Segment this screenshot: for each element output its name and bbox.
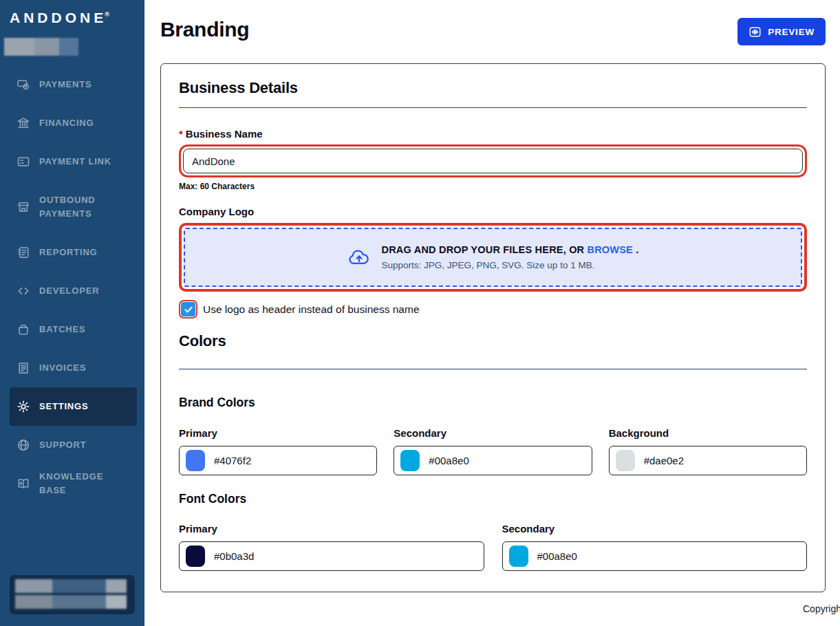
font-secondary-swatch xyxy=(509,546,528,567)
support-icon xyxy=(17,438,30,452)
sidebar-item-label: PAYMENTS xyxy=(39,78,91,91)
knowledge-base-icon xyxy=(17,477,30,490)
redacted-merchant-name xyxy=(4,38,78,56)
brand-primary-color-field[interactable]: #4076f2 xyxy=(179,446,377,475)
company-logo-label: Company Logo xyxy=(179,206,807,217)
financing-icon xyxy=(17,116,30,130)
brand-background-color-field[interactable]: #dae0e2 xyxy=(609,446,807,475)
sidebar-item-support[interactable]: SUPPORT xyxy=(10,426,137,464)
payment-link-icon xyxy=(17,155,30,169)
font-primary-label: Primary xyxy=(179,523,484,535)
sidebar-item-label: DEVELOPER xyxy=(39,284,99,298)
page-header: Branding PREVIEW xyxy=(144,0,840,45)
brand-background-swatch xyxy=(616,450,635,471)
brand-secondary-hex: #00a8e0 xyxy=(429,455,469,466)
checkbox-annotation-highlight xyxy=(179,300,197,319)
dropzone-supports-text: Supports: JPG, JPEG, PNG, SVG. Size up t… xyxy=(382,260,639,270)
colors-section-title: Colors xyxy=(179,332,807,350)
font-secondary-label: Secondary xyxy=(502,523,808,535)
developer-icon xyxy=(17,284,30,298)
cloud-upload-icon xyxy=(347,246,371,269)
font-primary-color-group: Primary #0b0a3d xyxy=(179,523,484,571)
font-primary-hex: #0b0a3d xyxy=(214,550,254,562)
brand-primary-label: Primary xyxy=(179,427,377,439)
sidebar-item-label: REPORTING xyxy=(39,246,97,259)
sidebar-item-payments[interactable]: PAYMENTS xyxy=(10,65,137,104)
business-details-title: Business Details xyxy=(179,79,807,97)
dropzone-annotation-highlight: DRAG AND DROP YOUR FILES HERE, OR BROWSE… xyxy=(179,223,807,292)
sidebar-item-knowledge-base[interactable]: KNOWLEDGE BASE xyxy=(10,464,137,503)
font-secondary-color-group: Secondary #00a8e0 xyxy=(502,523,808,571)
business-name-label: *Business Name xyxy=(179,128,807,140)
logo-dropzone[interactable]: DRAG AND DROP YOUR FILES HERE, OR BROWSE… xyxy=(184,228,802,287)
business-name-annotation-highlight xyxy=(179,144,807,177)
required-marker: * xyxy=(179,128,183,140)
brand-colors-grid: Primary #4076f2 Secondary #00a8e0 Backgr… xyxy=(179,427,807,475)
sidebar-item-financing[interactable]: FINANCING xyxy=(10,104,137,142)
brand-secondary-label: Secondary xyxy=(394,427,592,439)
check-icon xyxy=(184,305,193,314)
preview-button-label: PREVIEW xyxy=(768,27,815,37)
invoices-icon xyxy=(17,361,30,375)
sidebar-item-batches[interactable]: BATCHES xyxy=(10,310,137,349)
brand-colors-title: Brand Colors xyxy=(179,396,807,410)
sidebar-item-label: INVOICES xyxy=(39,361,87,375)
batches-icon xyxy=(17,323,30,336)
logo-header-checkbox-row: Use logo as header instead of business n… xyxy=(179,300,807,319)
dropzone-text: DRAG AND DROP YOUR FILES HERE, OR BROWSE… xyxy=(382,244,639,255)
sidebar-item-outbound-payments[interactable]: OUTBOUND PAYMENTS xyxy=(10,181,137,233)
sidebar-item-label: FINANCING xyxy=(39,116,94,130)
brand-background-hex: #dae0e2 xyxy=(644,455,684,466)
brand-primary-color-group: Primary #4076f2 xyxy=(179,427,377,475)
preview-eye-icon xyxy=(749,25,762,39)
font-secondary-hex: #00a8e0 xyxy=(537,550,577,562)
brand-background-color-group: Background #dae0e2 xyxy=(609,427,807,475)
brand-background-label: Background xyxy=(609,427,807,439)
section-divider xyxy=(179,369,807,369)
brand-secondary-color-field[interactable]: #00a8e0 xyxy=(394,446,592,475)
sidebar-item-payment-link[interactable]: PAYMENT LINK xyxy=(10,142,137,181)
page-title: Branding xyxy=(160,18,249,41)
redacted-user-info xyxy=(10,575,135,614)
font-colors-title: Font Colors xyxy=(179,492,807,506)
sidebar-item-settings[interactable]: SETTINGS xyxy=(10,387,137,426)
sidebar-item-label: PAYMENT LINK xyxy=(39,155,111,169)
payments-icon xyxy=(17,78,30,91)
logo-registered-mark: ® xyxy=(105,11,109,18)
font-primary-swatch xyxy=(186,546,205,567)
use-logo-checkbox-label: Use logo as header instead of business n… xyxy=(203,303,420,316)
sidebar: ANDDONE® PAYMENTS FINANCING PA xyxy=(0,0,144,626)
anddone-logo: ANDDONE® xyxy=(0,0,144,26)
brand-secondary-swatch xyxy=(400,450,420,471)
sidebar-item-reporting[interactable]: REPORTING xyxy=(10,233,137,272)
sidebar-item-label: SETTINGS xyxy=(39,400,88,413)
sidebar-nav: PAYMENTS FINANCING PAYMENT LINK OUTBOUND… xyxy=(0,65,144,503)
brand-secondary-color-group: Secondary #00a8e0 xyxy=(394,427,592,475)
preview-button[interactable]: PREVIEW xyxy=(737,18,826,45)
sidebar-item-label: OUTBOUND PAYMENTS xyxy=(39,193,122,221)
font-primary-color-field[interactable]: #0b0a3d xyxy=(179,541,484,571)
sidebar-item-developer[interactable]: DEVELOPER xyxy=(10,272,137,310)
use-logo-checkbox[interactable] xyxy=(181,302,195,316)
sidebar-item-label: KNOWLEDGE BASE xyxy=(39,470,122,497)
logo-text: ANDDONE xyxy=(10,10,107,25)
browse-link[interactable]: BROWSE xyxy=(588,244,633,255)
font-colors-grid: Primary #0b0a3d Secondary #00a8e0 xyxy=(179,523,807,571)
sidebar-item-invoices[interactable]: INVOICES xyxy=(10,349,137,387)
copyright-text: Copyright © 2025 - AndDone ®. All rights xyxy=(803,603,840,614)
dropzone-text-block: DRAG AND DROP YOUR FILES HERE, OR BROWSE… xyxy=(382,244,639,270)
app-window: ANDDONE® PAYMENTS FINANCING PA xyxy=(0,0,840,626)
brand-primary-hex: #4076f2 xyxy=(214,455,251,466)
brand-primary-swatch xyxy=(186,450,205,471)
font-secondary-color-field[interactable]: #00a8e0 xyxy=(502,541,808,571)
outbound-payments-icon xyxy=(17,200,30,214)
main-content: Branding PREVIEW Business Details *Busin… xyxy=(144,0,840,626)
business-name-input[interactable] xyxy=(183,149,803,173)
section-divider xyxy=(179,107,807,108)
settings-icon xyxy=(17,400,30,413)
sidebar-item-label: BATCHES xyxy=(39,323,85,336)
reporting-icon xyxy=(17,246,30,259)
max-chars-hint: Max: 60 Characters xyxy=(179,182,807,191)
branding-card: Business Details *Business Name Max: 60 … xyxy=(160,63,826,592)
sidebar-item-label: SUPPORT xyxy=(39,438,86,452)
